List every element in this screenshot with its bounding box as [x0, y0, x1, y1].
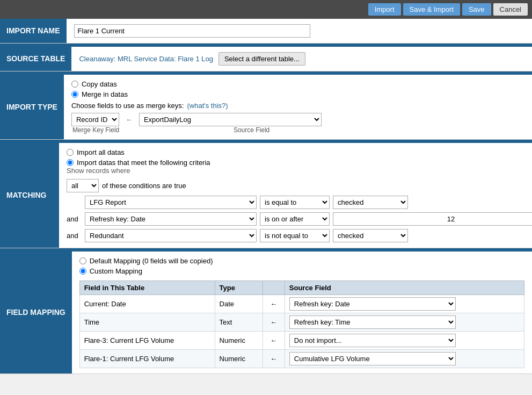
table-row: Flare-1: Current LFG Volume Numeric ← Cu… [79, 350, 524, 368]
condition-row-3: and Redundant LFG Report is not equal to… [67, 229, 532, 242]
condition-row-1: LFG Report is equal to is not equal to i… [67, 196, 532, 209]
copy-datas-radio-label: Copy datas [82, 80, 117, 88]
cancel-button[interactable]: Cancel [493, 3, 528, 16]
custom-mapping-label: Custom Mapping [90, 267, 142, 275]
record-id-select[interactable]: Record ID Name Date [71, 113, 119, 126]
matching-content: Import all datas Import datas that meet … [59, 143, 532, 248]
field-mapping-radio-group: Default Mapping (0 fields will be copied… [79, 257, 524, 275]
import-all-row: Import all datas [67, 148, 532, 156]
merge-keys-row: Choose fields to use as merge keys: (wha… [71, 102, 524, 110]
import-type-radio-group: Copy datas Merge in datas [71, 80, 524, 98]
fm-source-select-3[interactable]: Cumulative LFG Volume Refresh key: Date … [289, 352, 456, 365]
merge-datas-radio[interactable] [71, 91, 78, 98]
header-type: Type [215, 281, 263, 295]
fm-source-0: Refresh key: Date Refresh key: Date Refr… [285, 295, 524, 313]
condition-1-operator-select[interactable]: is equal to is not equal to is on or aft… [260, 196, 330, 209]
import-name-section: IMPORT NAME [0, 19, 532, 44]
fm-source-select-0[interactable]: Refresh key: Date Refresh key: Date Refr… [289, 297, 456, 311]
copy-datas-radio[interactable] [71, 81, 78, 88]
default-mapping-radio[interactable] [79, 257, 86, 264]
save-button[interactable]: Save [462, 3, 491, 16]
fm-arrow-0: ← [263, 295, 285, 313]
fm-arrow-1: ← [263, 313, 285, 332]
source-table-label: SOURCE TABLE [0, 47, 71, 71]
table-row: Time Text ← Refresh key: Time Refresh ke… [79, 313, 524, 332]
import-name-input[interactable] [74, 24, 310, 38]
main-content: IMPORT NAME SOURCE TABLE Cleanaway: MRL … [0, 19, 532, 374]
condition-2-operator-select[interactable]: is on or after is equal to is not equal … [260, 212, 330, 226]
field-mapping-content: Default Mapping (0 fields will be copied… [72, 252, 532, 374]
import-criteria-row: Import datas that meet the following cri… [67, 159, 532, 167]
save-import-button[interactable]: Save & Import [403, 3, 460, 16]
copy-datas-row: Copy datas [71, 80, 524, 88]
field-mapping-header-row: Field in This Table Type Source Field [79, 281, 524, 295]
source-field-select[interactable]: ExportDailyLog Refresh key: Date Refresh… [139, 113, 322, 126]
source-table-link[interactable]: Cleanaway: MRL Service Data: Flare 1 Log [79, 55, 213, 63]
top-bar: Import Save & Import Save Cancel [0, 0, 532, 19]
table-row: Current: Date Date ← Refresh key: Date R… [79, 295, 524, 313]
fm-source-select-1[interactable]: Refresh key: Time Refresh key: Date Refr… [289, 315, 456, 329]
table-row: Flare-3: Current LFG Volume Numeric ← Do… [79, 332, 524, 350]
conditions-block: all any of these conditions are true LFG… [67, 179, 532, 242]
default-mapping-label: Default Mapping (0 fields will be copied… [90, 257, 213, 265]
field-mapping-label: FIELD MAPPING [0, 252, 72, 374]
header-arrow [263, 281, 285, 295]
merge-datas-row: Merge in datas [71, 90, 524, 98]
all-any-select[interactable]: all any [67, 179, 99, 192]
fm-field-2: Flare-3: Current LFG Volume [79, 332, 215, 350]
import-name-label: IMPORT NAME [0, 19, 67, 43]
fm-field-0: Current: Date [79, 295, 215, 313]
condition-header-row: all any of these conditions are true [67, 179, 532, 192]
fm-arrow-2: ← [263, 332, 285, 350]
field-mapping-table: Field in This Table Type Source Field Cu… [79, 281, 524, 368]
fm-source-3: Cumulative LFG Volume Refresh key: Date … [285, 350, 524, 368]
condition-3-field-select[interactable]: Redundant LFG Report [85, 229, 257, 242]
header-field-in-table: Field in This Table [79, 281, 215, 295]
default-mapping-row: Default Mapping (0 fields will be copied… [79, 257, 524, 265]
import-criteria-radio[interactable] [67, 159, 74, 166]
fm-type-1: Text [215, 313, 263, 332]
condition-row-2: and Refresh key: Date LFG Report is on o… [67, 212, 532, 226]
custom-mapping-row: Custom Mapping [79, 267, 524, 275]
condition-3-value-select[interactable]: checked unchecked [333, 229, 408, 242]
merge-datas-radio-label: Merge in datas [82, 90, 128, 98]
source-field-col-label: Source Field [234, 126, 269, 134]
field-mapping-section: FIELD MAPPING Default Mapping (0 fields … [0, 252, 532, 374]
fm-source-select-2[interactable]: Do not import... Refresh key: Date Refre… [289, 334, 456, 347]
import-all-radio[interactable] [67, 149, 74, 156]
fm-field-1: Time [79, 313, 215, 332]
condition-2-field-select[interactable]: Refresh key: Date LFG Report [85, 212, 257, 226]
condition-1-field-select[interactable]: LFG Report [85, 196, 257, 209]
choose-fields-label: Choose fields to use as merge keys: [71, 102, 184, 110]
source-table-row: Cleanaway: MRL Service Data: Flare 1 Log… [79, 52, 524, 66]
condition-3-operator-select[interactable]: is not equal to is equal to is on or aft… [260, 229, 330, 242]
and-label-2: and [67, 215, 82, 223]
matching-section: MATCHING Import all datas Import datas t… [0, 143, 532, 248]
of-conditions-label: of these conditions are true [102, 182, 186, 190]
matching-radio-group: Import all datas Import datas that meet … [67, 148, 532, 167]
select-table-button[interactable]: Select a different table... [218, 52, 305, 66]
and-label-3: and [67, 232, 82, 240]
fm-field-3: Flare-1: Current LFG Volume [79, 350, 215, 368]
import-type-content: Copy datas Merge in datas Choose fields … [64, 75, 532, 139]
import-button[interactable]: Import [368, 3, 401, 16]
condition-1-value-select[interactable]: checked unchecked [333, 196, 408, 209]
condition-2-days-input[interactable] [333, 212, 532, 226]
fm-type-3: Numeric [215, 350, 263, 368]
matching-label: MATCHING [0, 143, 59, 248]
custom-mapping-radio[interactable] [79, 268, 86, 275]
show-records-label: Show records where [67, 167, 532, 175]
whats-this-link[interactable]: (what's this?) [187, 102, 228, 110]
header-source-field: Source Field [285, 281, 524, 295]
fm-arrow-3: ← [263, 350, 285, 368]
merge-key-selects-row: Record ID Name Date ← ExportDailyLog Ref… [71, 113, 524, 126]
fm-source-2: Do not import... Refresh key: Date Refre… [285, 332, 524, 350]
fm-source-1: Refresh key: Time Refresh key: Date Refr… [285, 313, 524, 332]
fm-type-0: Date [215, 295, 263, 313]
import-all-label: Import all datas [77, 148, 125, 156]
merge-key-field-label: Merge Key Field [72, 126, 137, 134]
merge-arrow-icon: ← [122, 116, 136, 124]
import-name-content [67, 19, 532, 43]
source-table-content: Cleanaway: MRL Service Data: Flare 1 Log… [71, 47, 532, 71]
fm-type-2: Numeric [215, 332, 263, 350]
